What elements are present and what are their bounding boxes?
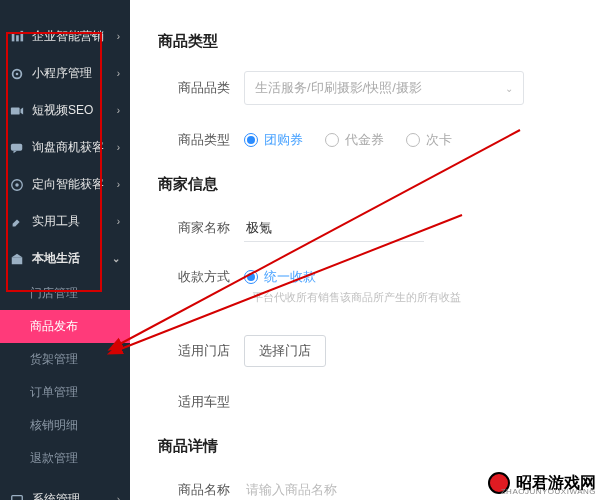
svg-rect-5 bbox=[11, 107, 20, 114]
system-icon bbox=[10, 493, 24, 501]
nav-tools[interactable]: 实用工具 › bbox=[0, 203, 130, 240]
watermark-subtext: ZHAOJUNYOUXIWANG bbox=[501, 487, 596, 496]
video-icon bbox=[10, 104, 24, 118]
nav-miniprogram[interactable]: 小程序管理 › bbox=[0, 55, 130, 92]
label-category: 商品品类 bbox=[158, 79, 230, 97]
nav-label: 询盘商机获客 bbox=[32, 139, 104, 156]
label-merchant-name: 商家名称 bbox=[158, 219, 230, 237]
svg-rect-2 bbox=[21, 30, 24, 41]
radio-label: 团购券 bbox=[264, 131, 303, 149]
section-title-merchant: 商家信息 bbox=[158, 175, 574, 194]
chevron-down-icon: ⌄ bbox=[112, 253, 120, 264]
chevron-right-icon: › bbox=[117, 68, 120, 79]
radio-dot-icon bbox=[406, 133, 420, 147]
radio-dot-icon bbox=[325, 133, 339, 147]
radio-groupbuy[interactable]: 团购券 bbox=[244, 131, 303, 149]
radio-label: 次卡 bbox=[426, 131, 452, 149]
chevron-right-icon: › bbox=[117, 105, 120, 116]
category-select[interactable]: 生活服务/印刷摄影/快照/摄影 ⌄ bbox=[244, 71, 524, 105]
product-name-input[interactable] bbox=[244, 476, 424, 500]
chevron-right-icon: › bbox=[117, 494, 120, 500]
sub-store-manage[interactable]: 门店管理 bbox=[0, 277, 130, 310]
nav-system-manage[interactable]: 系统管理 › bbox=[0, 481, 130, 500]
svg-rect-0 bbox=[12, 32, 15, 41]
life-icon bbox=[10, 252, 24, 266]
bars-icon bbox=[10, 30, 24, 44]
nav-targeted-leads[interactable]: 定向智能获客 › bbox=[0, 166, 130, 203]
nav-label: 小程序管理 bbox=[32, 65, 92, 82]
nav-inquiry-leads[interactable]: 询盘商机获客 › bbox=[0, 129, 130, 166]
sub-product-publish[interactable]: 商品发布 bbox=[0, 310, 130, 343]
chevron-right-icon: › bbox=[117, 31, 120, 42]
sub-refund-manage[interactable]: 退款管理 bbox=[0, 442, 130, 475]
sub-order-manage[interactable]: 订单管理 bbox=[0, 376, 130, 409]
chat-icon bbox=[10, 141, 24, 155]
nav-label: 实用工具 bbox=[32, 213, 80, 230]
svg-point-10 bbox=[15, 183, 19, 187]
nav-label: 本地生活 bbox=[32, 250, 80, 267]
svg-marker-8 bbox=[14, 150, 18, 153]
radio-label: 代金券 bbox=[345, 131, 384, 149]
svg-marker-6 bbox=[21, 107, 24, 114]
label-type: 商品类型 bbox=[158, 131, 230, 149]
svg-rect-1 bbox=[16, 35, 19, 41]
svg-point-4 bbox=[16, 72, 19, 75]
sub-shelf-manage[interactable]: 货架管理 bbox=[0, 343, 130, 376]
merchant-name-input[interactable] bbox=[244, 214, 424, 242]
select-store-button[interactable]: 选择门店 bbox=[244, 335, 326, 367]
radio-label: 统一收款 bbox=[264, 268, 316, 286]
section-title-product-type: 商品类型 bbox=[158, 32, 574, 51]
svg-rect-7 bbox=[11, 143, 22, 150]
nav-label: 短视频SEO bbox=[32, 102, 93, 119]
radio-dot-icon bbox=[244, 133, 258, 147]
type-radio-group: 团购券 代金券 次卡 bbox=[244, 131, 452, 149]
svg-rect-13 bbox=[12, 495, 23, 500]
chevron-right-icon: › bbox=[117, 179, 120, 190]
nav-short-video-seo[interactable]: 短视频SEO › bbox=[0, 92, 130, 129]
nav-local-life[interactable]: 本地生活 ⌄ bbox=[0, 240, 130, 277]
svg-rect-11 bbox=[12, 257, 23, 264]
radio-voucher[interactable]: 代金券 bbox=[325, 131, 384, 149]
radio-unified-pay[interactable]: 统一收款 bbox=[244, 268, 316, 286]
nav-label: 系统管理 bbox=[32, 491, 80, 500]
tool-icon bbox=[10, 215, 24, 229]
section-title-detail: 商品详情 bbox=[158, 437, 574, 456]
chevron-down-icon: ⌄ bbox=[505, 83, 513, 94]
gear-icon bbox=[10, 67, 24, 81]
chevron-right-icon: › bbox=[117, 216, 120, 227]
radio-times-card[interactable]: 次卡 bbox=[406, 131, 452, 149]
main-content: 商品类型 商品品类 生活服务/印刷摄影/快照/摄影 ⌄ 商品类型 团购券 代金券 bbox=[130, 0, 602, 500]
nav-label: 定向智能获客 bbox=[32, 176, 104, 193]
category-value: 生活服务/印刷摄影/快照/摄影 bbox=[255, 79, 422, 97]
chevron-right-icon: › bbox=[117, 142, 120, 153]
svg-marker-12 bbox=[12, 253, 23, 257]
label-vehicle: 适用车型 bbox=[158, 393, 230, 411]
radio-dot-icon bbox=[244, 270, 258, 284]
nav-enterprise-marketing[interactable]: 企业智能营销 › bbox=[0, 18, 130, 55]
label-pay-method: 收款方式 bbox=[158, 268, 230, 286]
label-store: 适用门店 bbox=[158, 342, 230, 360]
label-product-name: 商品名称 bbox=[158, 481, 230, 499]
target-icon bbox=[10, 178, 24, 192]
sidebar: 企业智能营销 › 小程序管理 › 短视频SEO › 询盘商机获客 › 定向智能获… bbox=[0, 0, 130, 500]
pay-hint-text: 平台代收所有销售该商品所产生的所有收益 bbox=[252, 290, 461, 305]
watermark: 昭君游戏网 ZHAOJUNYOUXIWANG bbox=[488, 472, 596, 494]
sub-verify-detail[interactable]: 核销明细 bbox=[0, 409, 130, 442]
nav-label: 企业智能营销 bbox=[32, 28, 104, 45]
